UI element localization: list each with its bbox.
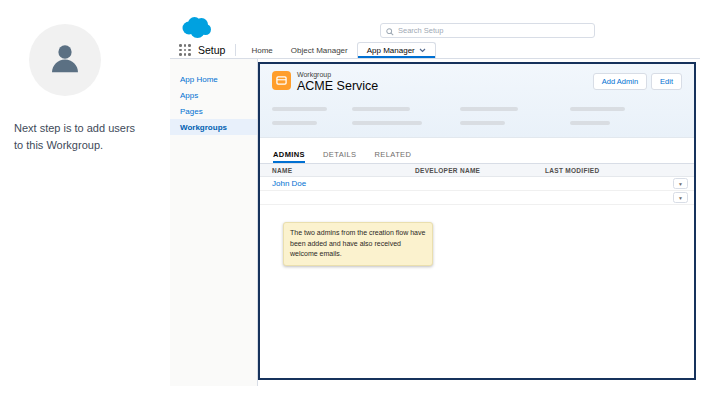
row-actions-cell: ▼ <box>668 178 694 189</box>
table-header-row: NAME DEVELOPER NAME LAST MODIFIED <box>260 164 694 177</box>
table-row: ▼ <box>260 191 694 205</box>
column-header-name: NAME <box>260 167 415 174</box>
skeleton-bar <box>460 121 505 125</box>
global-search[interactable] <box>380 23 595 38</box>
setup-nav-bar: Setup Home Object Manager App Manager <box>170 42 700 59</box>
record-header: Workgroup ACME Service Add Admin Edit <box>272 71 682 93</box>
tab-object-manager[interactable]: Object Manager <box>282 42 357 58</box>
setup-app-name: Setup <box>198 44 225 56</box>
detail-tabs: ADMINS DETAILS RELATED <box>260 148 694 164</box>
add-admin-button[interactable]: Add Admin <box>593 73 647 90</box>
avatar <box>29 24 101 96</box>
record-detail-skeleton <box>272 107 682 125</box>
skeleton-bar <box>352 107 410 111</box>
record-entity-label: Workgroup <box>297 71 593 78</box>
skeleton-bar <box>460 107 518 111</box>
global-header <box>170 14 700 42</box>
tab-app-manager[interactable]: App Manager <box>357 42 436 58</box>
tab-details[interactable]: DETAILS <box>323 150 357 163</box>
app-launcher-icon[interactable] <box>179 44 191 56</box>
table-row: John Doe ▼ <box>260 177 694 191</box>
sidebar-item-apps[interactable]: Apps <box>170 87 257 103</box>
workgroup-icon <box>272 71 291 90</box>
callout-tooltip: The two admins from the creation flow ha… <box>283 222 433 266</box>
record-titles: Workgroup ACME Service <box>297 71 593 93</box>
slide-left-panel: Next step is to add users to this Workgr… <box>0 0 170 405</box>
skeleton-row <box>272 121 682 125</box>
setup-sidebar: App Home Apps Pages Workgroups <box>170 59 258 386</box>
setup-body: App Home Apps Pages Workgroups Workgroup <box>170 59 700 386</box>
row-actions-button[interactable]: ▼ <box>673 192 688 203</box>
search-icon <box>386 22 394 40</box>
salesforce-logo <box>178 15 214 45</box>
admins-table: NAME DEVELOPER NAME LAST MODIFIED John D… <box>260 164 694 205</box>
skeleton-bar <box>352 121 422 125</box>
sidebar-item-workgroups[interactable]: Workgroups <box>170 119 257 135</box>
record-link-john-doe[interactable]: John Doe <box>272 179 306 188</box>
skeleton-row <box>272 107 682 111</box>
record-actions: Add Admin Edit <box>593 73 682 90</box>
skeleton-bar <box>272 121 317 125</box>
record-name: ACME Service <box>297 79 593 93</box>
sidebar-item-app-home[interactable]: App Home <box>170 71 257 87</box>
skeleton-bar <box>570 107 625 111</box>
search-input[interactable] <box>398 26 589 35</box>
slide-caption: Next step is to add users to this Workgr… <box>14 120 136 154</box>
skeleton-bar <box>570 121 610 125</box>
edit-button[interactable]: Edit <box>651 73 682 90</box>
chevron-down-icon <box>419 48 426 53</box>
sidebar-item-pages[interactable]: Pages <box>170 103 257 119</box>
nav-divider <box>235 44 236 56</box>
tab-related[interactable]: RELATED <box>375 150 412 163</box>
tab-admins[interactable]: ADMINS <box>273 150 305 163</box>
screenshot: Setup Home Object Manager App Manager Ap… <box>170 14 700 386</box>
tab-home[interactable]: Home <box>242 42 281 58</box>
row-actions-button[interactable]: ▼ <box>673 178 688 189</box>
person-icon <box>46 39 84 81</box>
record-highlight-panel: Workgroup ACME Service Add Admin Edit <box>260 64 694 138</box>
column-header-last-modified: LAST MODIFIED <box>545 167 668 174</box>
admin-name-cell: John Doe <box>260 179 415 188</box>
column-header-developer-name: DEVELOPER NAME <box>415 167 545 174</box>
skeleton-bar <box>272 107 327 111</box>
workgroup-detail-panel: Workgroup ACME Service Add Admin Edit <box>258 62 696 380</box>
row-actions-cell: ▼ <box>668 192 694 203</box>
